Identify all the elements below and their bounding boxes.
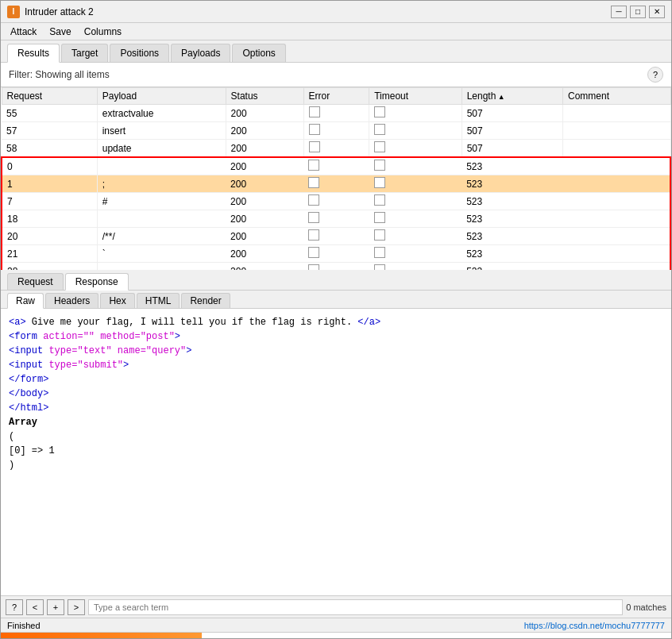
help-button[interactable]: ? — [647, 67, 663, 83]
sub-tab-hex[interactable]: Hex — [100, 293, 134, 308]
tab-target[interactable]: Target — [61, 44, 108, 62]
checkbox-cell[interactable] — [308, 160, 319, 171]
menu-save[interactable]: Save — [43, 25, 77, 39]
table-cell: 200 — [226, 122, 303, 140]
tab-response[interactable]: Response — [65, 273, 129, 291]
col-payload[interactable]: Payload — [97, 88, 226, 105]
table-row[interactable]: 28.200523 — [2, 263, 670, 271]
table-cell: 21 — [2, 245, 97, 263]
table-cell: 200 — [226, 157, 303, 175]
table-cell: 0 — [2, 157, 97, 175]
table-row[interactable]: 1;200523 — [2, 175, 670, 193]
response-content: <a> Give me your flag, I will tell you i… — [1, 309, 671, 479]
menu-attack[interactable]: Attack — [4, 25, 43, 39]
response-line: </form> — [9, 372, 663, 387]
checkbox-cell[interactable] — [308, 177, 319, 188]
sub-tab-headers[interactable]: Headers — [45, 293, 98, 308]
response-line: [0] => 1 — [9, 444, 663, 458]
search-input[interactable] — [88, 599, 623, 615]
checkbox-cell[interactable] — [374, 141, 385, 152]
table-cell — [563, 175, 671, 193]
table-cell: 200 — [226, 193, 303, 210]
table-cell — [563, 210, 671, 228]
table-cell: 523 — [462, 245, 562, 263]
tab-results[interactable]: Results — [7, 44, 60, 63]
status-url: https://blog.csdn.net/mochu7777777 — [524, 621, 665, 630]
table-cell — [303, 122, 369, 140]
checkbox-cell[interactable] — [308, 247, 319, 258]
table-row[interactable]: 21`200523 — [2, 245, 670, 263]
checkbox-cell[interactable] — [309, 124, 320, 135]
minimize-button[interactable]: ─ — [611, 6, 627, 18]
table-cell: # — [97, 193, 226, 210]
tab-positions[interactable]: Positions — [110, 44, 169, 62]
checkbox-cell[interactable] — [308, 264, 319, 270]
table-cell — [369, 193, 462, 210]
table-row[interactable]: 18200523 — [2, 210, 670, 228]
checkbox-cell[interactable] — [309, 106, 320, 117]
status-bar: Finished https://blog.csdn.net/mochu7777… — [1, 618, 671, 632]
table-cell — [369, 140, 462, 158]
bottom-search-bar: ? < + > 0 matches — [1, 595, 671, 618]
checkbox-cell[interactable] — [308, 212, 319, 223]
col-timeout[interactable]: Timeout — [369, 88, 462, 105]
main-tab-bar: Results Target Positions Payloads Option… — [1, 40, 671, 63]
filter-bar: Filter: Showing all items ? — [1, 63, 671, 87]
response-line: </body> — [9, 387, 663, 401]
checkbox-cell[interactable] — [374, 194, 385, 206]
checkbox-cell[interactable] — [374, 124, 385, 135]
filter-text: Filter: Showing all items — [9, 69, 110, 80]
table-row[interactable]: 0200523 — [2, 157, 670, 175]
col-request[interactable]: Request — [2, 88, 97, 105]
table-cell: 200 — [226, 245, 303, 263]
checkbox-cell[interactable] — [308, 229, 319, 241]
prev-button[interactable]: < — [26, 599, 44, 615]
checkbox-cell[interactable] — [374, 247, 385, 258]
tab-payloads[interactable]: Payloads — [171, 44, 230, 62]
col-comment[interactable]: Comment — [563, 88, 671, 105]
table-row[interactable]: 20/**/200523 — [2, 228, 670, 245]
results-table-scroll[interactable]: Request Payload Status Error Timeout Len… — [1, 87, 671, 270]
table-cell: 57 — [2, 122, 97, 140]
add-button[interactable]: + — [47, 599, 64, 615]
table-cell: 523 — [462, 175, 562, 193]
table-cell — [369, 157, 462, 175]
table-cell: 507 — [462, 140, 562, 158]
table-cell — [303, 175, 369, 193]
table-cell: 55 — [2, 105, 97, 122]
tab-options[interactable]: Options — [232, 44, 285, 62]
table-cell — [369, 245, 462, 263]
table-row[interactable]: 7#200523 — [2, 193, 670, 210]
response-line: </html> — [9, 401, 663, 415]
table-cell — [563, 157, 671, 175]
table-cell: 523 — [462, 263, 562, 271]
next-button[interactable]: > — [68, 599, 85, 615]
checkbox-cell[interactable] — [374, 160, 385, 171]
menu-columns[interactable]: Columns — [78, 25, 128, 39]
col-status[interactable]: Status — [226, 88, 303, 105]
table-row[interactable]: 55extractvalue200507 — [2, 105, 670, 122]
checkbox-cell[interactable] — [374, 229, 385, 241]
table-row[interactable]: 58update200507 — [2, 140, 670, 158]
response-content-area[interactable]: <a> Give me your flag, I will tell you i… — [1, 309, 671, 595]
table-cell — [369, 263, 462, 271]
close-button[interactable]: ✕ — [649, 6, 665, 18]
help-nav-button[interactable]: ? — [6, 599, 23, 615]
checkbox-cell[interactable] — [374, 177, 385, 188]
checkbox-cell[interactable] — [308, 194, 319, 206]
title-bar-text: Intruder attack 2 — [25, 6, 611, 17]
col-length[interactable]: Length — [462, 88, 562, 105]
table-cell — [563, 245, 671, 263]
tab-request[interactable]: Request — [7, 273, 64, 290]
sub-tab-html[interactable]: HTML — [137, 293, 180, 308]
sub-tab-render[interactable]: Render — [181, 293, 230, 308]
checkbox-cell[interactable] — [374, 264, 385, 270]
maximize-button[interactable]: □ — [630, 6, 646, 18]
checkbox-cell[interactable] — [374, 106, 385, 117]
table-row[interactable]: 57insert200507 — [2, 122, 670, 140]
checkbox-cell[interactable] — [374, 212, 385, 223]
table-cell — [563, 105, 671, 122]
col-error[interactable]: Error — [303, 88, 369, 105]
checkbox-cell[interactable] — [309, 141, 320, 152]
sub-tab-raw[interactable]: Raw — [7, 293, 44, 309]
